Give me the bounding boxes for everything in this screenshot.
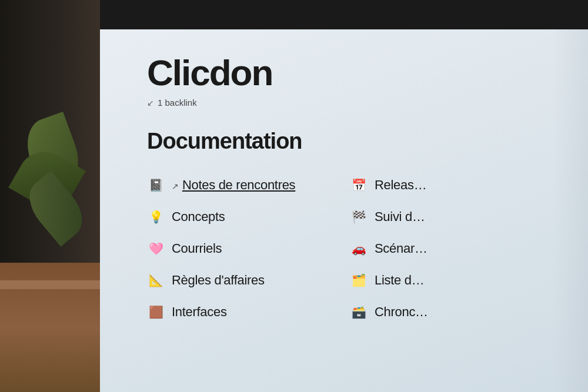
item-icon: 🟫	[147, 303, 165, 321]
item-icon: 🚗	[350, 240, 368, 257]
item-icon: 💡	[147, 208, 165, 226]
right-list-item[interactable]: 🚗Scénar…	[350, 234, 553, 263]
furniture-shelf	[0, 280, 100, 289]
item-icon: 🏁	[350, 208, 368, 226]
item-label: Releas…	[375, 177, 426, 193]
left-column: 📓↗ Notes de rencontres💡Concepts🩷Courriel…	[147, 170, 350, 327]
item-icon: 📐	[147, 272, 165, 289]
item-label: Interfaces	[172, 304, 227, 320]
item-label: Liste d…	[375, 273, 424, 288]
right-list-item[interactable]: 🗂️Liste d…	[350, 266, 553, 295]
item-label: Règles d'affaires	[172, 273, 265, 288]
left-list-item[interactable]: 📓↗ Notes de rencontres	[147, 170, 350, 200]
item-icon: 🗃️	[350, 303, 368, 321]
left-list-item[interactable]: 📐Règles d'affaires	[147, 266, 350, 295]
section-title: Documentation	[147, 129, 553, 154]
item-label: Concepts	[172, 209, 225, 225]
monitor-frame	[100, 0, 588, 29]
right-column: 📅Releas…🏁Suivi d…🚗Scénar…🗂️Liste d…🗃️Chr…	[350, 170, 553, 327]
background-left-wall	[0, 0, 100, 392]
left-list-item[interactable]: 💡Concepts	[147, 202, 350, 232]
right-list-item[interactable]: 📅Releas…	[350, 170, 553, 200]
item-label: Suivi d…	[375, 209, 425, 225]
documentation-items-grid: 📓↗ Notes de rencontres💡Concepts🩷Courriel…	[147, 170, 553, 327]
item-label-text: Notes de rencontres	[182, 177, 295, 192]
monitor-screen: Clicdon ↙ 1 backlink Documentation 📓↗ No…	[100, 29, 588, 392]
item-label: Scénar…	[375, 241, 427, 256]
screen-edge-fade	[553, 29, 588, 392]
backlink-icon: ↙	[147, 98, 154, 108]
page-title: Clicdon	[147, 53, 553, 93]
furniture	[0, 263, 100, 392]
left-list-item[interactable]: 🩷Courriels	[147, 234, 350, 263]
item-label: Courriels	[172, 241, 222, 256]
item-icon: 🗂️	[350, 272, 368, 289]
left-list-item[interactable]: 🟫Interfaces	[147, 297, 350, 327]
item-icon: 📓	[147, 176, 165, 194]
item-label: ↗ Notes de rencontres	[172, 177, 295, 193]
backlink-text: 1 backlink	[158, 98, 197, 108]
link-arrow-icon: ↗	[172, 182, 181, 191]
right-list-item[interactable]: 🗃️Chronc…	[350, 297, 553, 327]
item-label: Chronc…	[375, 304, 428, 320]
screen-content: Clicdon ↙ 1 backlink Documentation 📓↗ No…	[100, 29, 588, 350]
item-icon: 📅	[350, 176, 368, 194]
right-list-item[interactable]: 🏁Suivi d…	[350, 202, 553, 232]
backlink-row[interactable]: ↙ 1 backlink	[147, 98, 553, 108]
item-icon: 🩷	[147, 240, 165, 257]
